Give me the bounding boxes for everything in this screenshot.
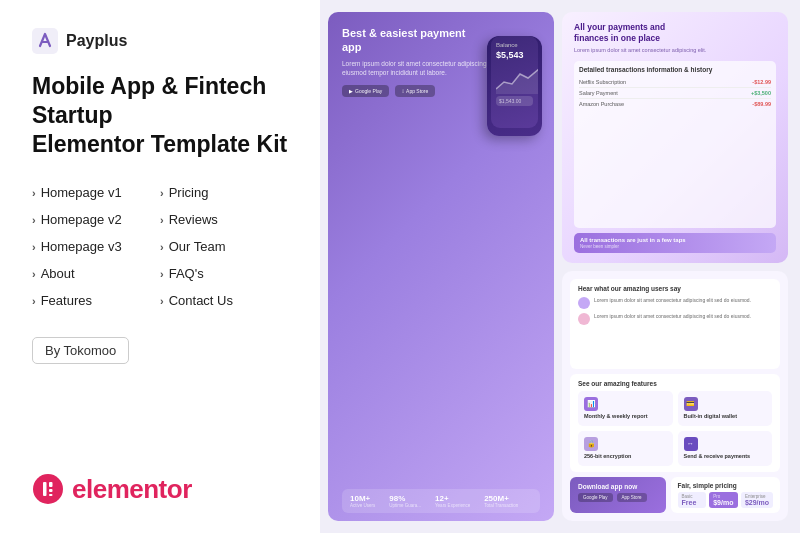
by-tokomoo-badge: By Tokomoo xyxy=(32,337,129,364)
transaction-row: Salary Payment +$3,500 xyxy=(579,88,771,99)
nav-label: Reviews xyxy=(169,212,218,227)
nav-item-features[interactable]: › Features xyxy=(32,288,160,313)
testimonial-item: Lorem ipsum dolor sit amet consectetur a… xyxy=(578,311,772,327)
nav-item-reviews[interactable]: › Reviews xyxy=(160,207,288,232)
feature-item: ↔ Send & receive payments xyxy=(678,431,773,466)
elementor-icon xyxy=(32,473,64,505)
nav-label: Homepage v2 xyxy=(41,212,122,227)
testimonials-title: Hear what our amazing users say xyxy=(578,285,772,292)
chevron-icon: › xyxy=(160,268,164,280)
title-line2: Elementor Template Kit xyxy=(32,131,287,157)
nav-label: Homepage v1 xyxy=(41,185,122,200)
chevron-icon: › xyxy=(32,214,36,226)
feature-icon: 💳 xyxy=(684,397,698,411)
pricing-tiers: Basic Free Pro $9/mo Enterprise $29/mo xyxy=(678,492,773,508)
avatar xyxy=(578,313,590,325)
stat-users: 10M+ Active Users xyxy=(350,494,375,508)
payments-title: All your payments and finances in one pl… xyxy=(574,22,684,44)
feature-icon: ↔ xyxy=(684,437,698,451)
elementor-text: elementor xyxy=(72,474,192,505)
svg-rect-2 xyxy=(43,482,47,496)
chevron-icon: › xyxy=(160,241,164,253)
nav-label: About xyxy=(41,266,75,281)
logo-text: Payplus xyxy=(66,32,127,50)
feature-icon: 🔒 xyxy=(584,437,598,451)
app-store-badge:  App Store xyxy=(395,85,435,97)
balance-chart xyxy=(496,64,538,94)
screenshot-card-payments: All your payments and finances in one pl… xyxy=(562,12,788,263)
pricing-card: Fair, simple pricing Basic Free Pro $9/m… xyxy=(671,477,780,513)
payments-subtitle: Lorem ipsum dolor sit amet consectetur a… xyxy=(574,47,776,55)
features-title: See our amazing features xyxy=(578,380,772,387)
elementor-branding: elementor xyxy=(32,473,288,505)
pricing-title: Fair, simple pricing xyxy=(678,482,773,489)
google-play-badge: ▶ Google Play xyxy=(342,85,389,97)
google-play-badge: Google Play xyxy=(578,493,613,502)
pricing-tier-enterprise: Enterprise $29/mo xyxy=(741,492,773,508)
nav-item-homepage-v1[interactable]: › Homepage v1 xyxy=(32,180,160,205)
pricing-tier-pro: Pro $9/mo xyxy=(709,492,738,508)
testimonials-card: Hear what our amazing users say Lorem ip… xyxy=(570,279,780,369)
nav-item-about[interactable]: › About xyxy=(32,261,160,286)
feature-item: 🔒 256-bit encryption xyxy=(578,431,673,466)
main-title: Mobile App & Fintech Startup Elementor T… xyxy=(32,72,288,158)
hero-title: Best & easiest payment app xyxy=(342,26,472,55)
bottom-row: Download app now Google Play App Store F… xyxy=(570,477,780,513)
nav-item-pricing[interactable]: › Pricing xyxy=(160,180,288,205)
nav-item-contact-us[interactable]: › Contact Us xyxy=(160,288,288,313)
stats-bar: 10M+ Active Users 98% Uptime Guara... 12… xyxy=(342,489,540,513)
nav-item-our-team[interactable]: › Our Team xyxy=(160,234,288,259)
testimonial-text: Lorem ipsum dolor sit amet consectetur a… xyxy=(594,297,751,304)
phone-mockup: Balance $5,543 $1,543.00 xyxy=(479,32,544,147)
stat-years: 12+ Years Experience xyxy=(435,494,470,508)
svg-rect-5 xyxy=(49,494,53,496)
nav-col-2: › Pricing › Reviews › Our Team › FAQ's ›… xyxy=(160,180,288,313)
transactions-section: Detailed transactions information & hist… xyxy=(574,61,776,228)
pricing-tier-basic: Basic Free xyxy=(678,492,707,508)
nav-item-homepage-v2[interactable]: › Homepage v2 xyxy=(32,207,160,232)
nav-label: Homepage v3 xyxy=(41,239,122,254)
svg-rect-3 xyxy=(49,482,53,487)
chevron-icon: › xyxy=(32,295,36,307)
feature-icon: 📊 xyxy=(584,397,598,411)
testimonial-text: Lorem ipsum dolor sit amet consectetur a… xyxy=(594,313,751,320)
transaction-row: Netflix Subscription -$12.99 xyxy=(579,77,771,88)
nav-columns: › Homepage v1 › Homepage v2 › Homepage v… xyxy=(32,180,288,313)
nav-label: Features xyxy=(41,293,92,308)
title-line1: Mobile App & Fintech Startup xyxy=(32,73,266,128)
chevron-icon: › xyxy=(32,241,36,253)
nav-label: FAQ's xyxy=(169,266,204,281)
testimonial-item: Lorem ipsum dolor sit amet consectetur a… xyxy=(578,295,772,311)
feature-item: 💳 Built-in digital wallet xyxy=(678,391,773,426)
feature-item: 📊 Monthly & weekly report xyxy=(578,391,673,426)
chevron-icon: › xyxy=(160,214,164,226)
screenshots-panel: Best & easiest payment app Lorem ipsum d… xyxy=(320,0,800,533)
stat-uptime: 98% Uptime Guara... xyxy=(389,494,421,508)
download-badges: Google Play App Store xyxy=(578,493,658,502)
all-transactions-banner: All transactions are just in a few taps … xyxy=(574,233,776,253)
svg-rect-4 xyxy=(49,489,53,492)
nav-col-1: › Homepage v1 › Homepage v2 › Homepage v… xyxy=(32,180,160,313)
chevron-icon: › xyxy=(160,295,164,307)
chevron-icon: › xyxy=(32,187,36,199)
logo-row: Payplus xyxy=(32,28,288,54)
left-panel: Payplus Mobile App & Fintech Startup Ele… xyxy=(0,0,320,533)
transactions-title: Detailed transactions information & hist… xyxy=(579,66,771,73)
avatar xyxy=(578,297,590,309)
chevron-icon: › xyxy=(32,268,36,280)
app-store-badge: App Store xyxy=(617,493,647,502)
nav-item-homepage-v3[interactable]: › Homepage v3 xyxy=(32,234,160,259)
download-card: Download app now Google Play App Store xyxy=(570,477,666,513)
stat-transactions: 250M+ Total Transaction xyxy=(484,494,518,508)
chevron-icon: › xyxy=(160,187,164,199)
nav-label: Contact Us xyxy=(169,293,233,308)
nav-label: Pricing xyxy=(169,185,209,200)
features-grid: 📊 Monthly & weekly report 💳 Built-in dig… xyxy=(578,391,772,466)
nav-label: Our Team xyxy=(169,239,226,254)
transaction-row: Amazon Purchase -$89.99 xyxy=(579,99,771,109)
screenshot-card-features-mixed: Hear what our amazing users say Lorem ip… xyxy=(562,271,788,522)
payplus-logo-icon xyxy=(32,28,58,54)
features-card: See our amazing features 📊 Monthly & wee… xyxy=(570,374,780,472)
screenshot-card-hero: Best & easiest payment app Lorem ipsum d… xyxy=(328,12,554,521)
nav-item-faqs[interactable]: › FAQ's xyxy=(160,261,288,286)
